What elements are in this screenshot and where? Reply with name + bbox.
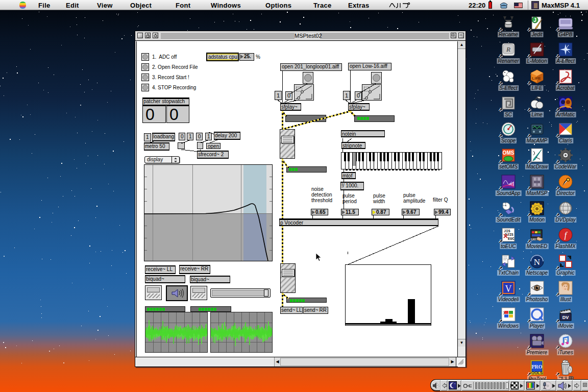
svg-text:J: J (533, 17, 536, 23)
svg-text:R: R (506, 45, 510, 53)
svg-text:LiFE: LiFE (532, 76, 541, 81)
svg-text:DV: DV (562, 315, 569, 320)
svg-text:EUC: EUC (508, 237, 514, 241)
svg-text:N: N (534, 257, 540, 267)
svg-text:OMS: OMS (503, 150, 514, 156)
svg-text:OOLS: OOLS (531, 371, 543, 375)
svg-text:V: V (505, 284, 512, 294)
svg-text:LAY: LAY (531, 238, 536, 241)
svg-text:PRO: PRO (531, 364, 542, 370)
